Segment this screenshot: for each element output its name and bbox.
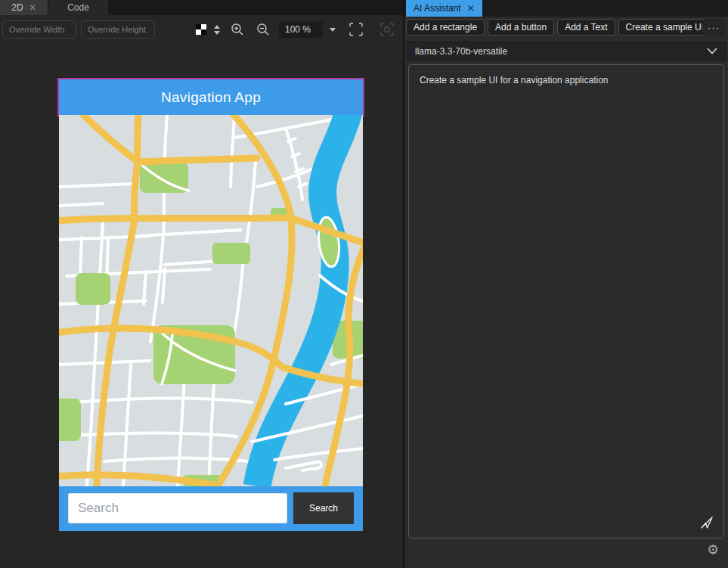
mockup-title: Navigation App — [161, 89, 261, 106]
tab-2d-close-icon[interactable]: ✕ — [29, 4, 36, 12]
ai-settings-button[interactable]: ⚙ — [704, 541, 722, 559]
zoom-selection-icon — [380, 23, 394, 36]
zoom-selection-button — [377, 20, 397, 39]
tab-ai-assistant-label: AI Assistant — [414, 3, 461, 14]
gear-icon: ⚙ — [707, 543, 719, 557]
ai-prompt-text[interactable]: Create a sample UI for a navigation appl… — [420, 74, 713, 87]
ai-prompt-box[interactable]: Create a sample UI for a navigation appl… — [408, 64, 724, 539]
zoom-level-value: 100 % — [285, 24, 311, 35]
tab-ai-assistant[interactable]: AI Assistant ✕ — [406, 0, 482, 17]
zoom-in-icon — [231, 23, 244, 36]
checkerboard-icon — [196, 24, 206, 35]
zoom-in-button[interactable] — [228, 20, 247, 39]
design-toolbar: 100 % — [0, 15, 403, 44]
mockup-search-bar: Search — [59, 486, 363, 531]
design-panel: 2D ✕ Code — [0, 0, 403, 568]
add-text-button[interactable]: Add a Text — [557, 19, 615, 36]
background-color-stepper[interactable] — [214, 25, 220, 35]
chevron-down-icon — [707, 48, 717, 54]
step-up-icon — [214, 25, 220, 29]
mockup-header[interactable]: Navigation App — [59, 79, 363, 115]
tab-2d-label: 2D — [11, 2, 23, 13]
more-actions-button[interactable]: ··· — [702, 19, 725, 36]
override-width-input[interactable] — [2, 20, 76, 39]
model-selector-dropdown[interactable]: llama-3.3-70b-versatile — [407, 42, 726, 61]
fit-to-screen-button[interactable] — [346, 20, 366, 39]
override-height-input[interactable] — [81, 20, 155, 39]
tab-code-label: Code — [67, 2, 89, 13]
mockup-search-button[interactable]: Search — [293, 492, 354, 524]
create-sample-ui-button[interactable]: Create a sample UI — [618, 19, 711, 36]
ai-actions-row: Add a rectangle Add a button Add a Text … — [406, 19, 726, 36]
ai-assistant-tabbar: AI Assistant ✕ — [404, 0, 728, 17]
design-canvas[interactable]: Navigation App — [0, 44, 403, 568]
zoom-level-field[interactable]: 100 % — [279, 21, 323, 38]
canvas-background-color-button[interactable] — [191, 20, 211, 39]
ai-assistant-panel: AI Assistant ✕ Add a rectangle Add a but… — [404, 0, 728, 568]
tab-2d[interactable]: 2D ✕ — [0, 0, 48, 15]
zoom-out-icon — [256, 23, 270, 36]
zoom-dropdown-arrow-icon[interactable] — [330, 28, 336, 32]
zoom-out-button[interactable] — [253, 20, 273, 39]
document-tabbar: 2D ✕ Code — [0, 0, 403, 15]
map-image — [59, 115, 363, 486]
app-window: 2D ✕ Code — [0, 0, 728, 568]
fit-to-screen-icon — [349, 23, 363, 36]
send-icon — [700, 516, 714, 529]
send-prompt-button[interactable] — [698, 514, 716, 532]
model-selector-value: llama-3.3-70b-versatile — [415, 46, 507, 57]
navigation-app-mockup[interactable]: Navigation App — [59, 79, 363, 531]
add-button-button[interactable]: Add a button — [488, 19, 554, 36]
tab-ai-assistant-close-icon[interactable]: ✕ — [467, 3, 475, 14]
add-rectangle-button[interactable]: Add a rectangle — [406, 19, 485, 36]
step-down-icon — [214, 31, 220, 35]
mockup-map[interactable] — [59, 115, 363, 486]
mockup-search-input[interactable] — [68, 493, 287, 523]
tab-code[interactable]: Code — [48, 0, 108, 15]
